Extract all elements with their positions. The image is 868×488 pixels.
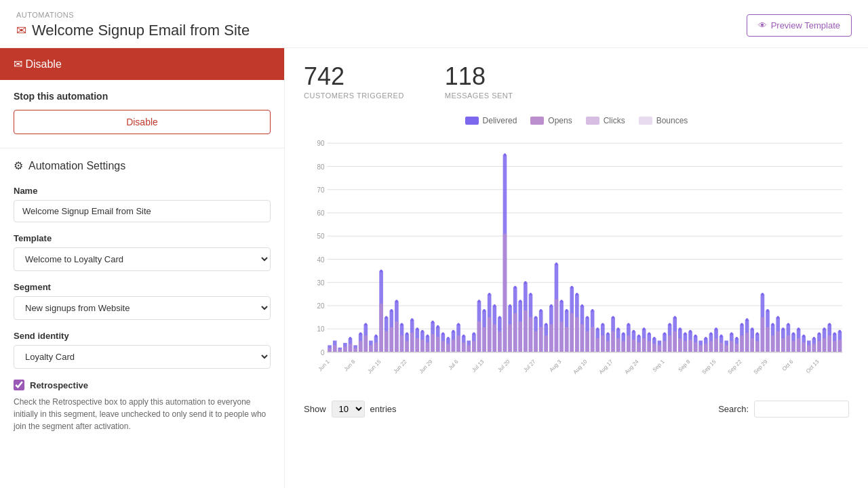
segment-label: Segment <box>14 282 271 292</box>
svg-rect-229 <box>698 345 703 352</box>
segment-select[interactable]: New signups from Website All Customers <box>14 296 271 320</box>
show-label: Show <box>304 404 326 414</box>
svg-rect-211 <box>668 336 672 352</box>
svg-point-288 <box>802 335 805 338</box>
svg-point-165 <box>586 316 589 319</box>
svg-rect-281 <box>791 341 795 352</box>
svg-rect-29 <box>349 344 353 352</box>
svg-text:Jun 1: Jun 1 <box>317 359 331 373</box>
svg-rect-203 <box>652 344 656 352</box>
svg-rect-149 <box>559 321 564 352</box>
svg-rect-292 <box>812 344 816 352</box>
svg-point-227 <box>694 335 697 338</box>
svg-point-55 <box>395 300 398 302</box>
svg-rect-245 <box>730 341 734 352</box>
svg-point-141 <box>545 323 547 325</box>
svg-rect-254 <box>745 333 749 352</box>
svg-text:Sep 15: Sep 15 <box>701 359 717 375</box>
svg-rect-266 <box>766 327 770 352</box>
retrospective-field-group: Retrospective Check the Retrospective bo… <box>14 380 271 432</box>
svg-rect-66 <box>415 338 419 352</box>
svg-text:10: 10 <box>317 325 324 333</box>
main-layout: ✉ Disable Stop this automation Disable ⚙… <box>0 48 868 488</box>
svg-rect-257 <box>750 338 754 352</box>
template-select[interactable]: Welcome to Loyalty Card Other Template <box>14 247 271 271</box>
svg-point-111 <box>493 304 496 307</box>
svg-rect-206 <box>658 345 662 352</box>
svg-rect-122 <box>513 313 517 352</box>
breadcrumb-area: AUTOMATIONS ✉ Welcome Signup Email from … <box>16 11 250 39</box>
svg-rect-98 <box>472 341 476 352</box>
svg-text:60: 60 <box>317 209 324 217</box>
svg-rect-272 <box>776 331 780 352</box>
retrospective-label[interactable]: Retrospective <box>30 380 88 390</box>
svg-point-82 <box>441 332 444 335</box>
svg-rect-194 <box>637 342 641 352</box>
svg-point-224 <box>689 330 692 333</box>
svg-point-144 <box>550 304 553 307</box>
svg-point-267 <box>766 309 769 312</box>
svg-point-171 <box>596 327 599 330</box>
svg-point-79 <box>437 325 439 328</box>
right-panel: 742 CUSTOMERS TRIGGERED 118 MESSAGES SEN… <box>285 48 868 488</box>
svg-text:Oct 6: Oct 6 <box>781 359 795 373</box>
svg-rect-179 <box>611 331 615 352</box>
svg-rect-96 <box>467 345 471 352</box>
svg-rect-251 <box>740 336 744 352</box>
retrospective-row: Retrospective <box>14 380 271 390</box>
svg-point-238 <box>715 327 717 330</box>
svg-rect-57 <box>400 336 404 352</box>
svg-point-46 <box>380 270 382 272</box>
svg-rect-134 <box>534 331 538 352</box>
svg-point-249 <box>735 337 738 340</box>
svg-text:Sep 8: Sep 8 <box>677 359 692 373</box>
svg-rect-137 <box>539 327 543 352</box>
svg-text:Sep 29: Sep 29 <box>753 359 769 375</box>
svg-text:Jun 29: Jun 29 <box>418 359 434 375</box>
svg-rect-307 <box>838 340 842 352</box>
send-identity-label: Send identity <box>14 331 271 341</box>
svg-rect-104 <box>482 327 486 352</box>
svg-text:Oct 13: Oct 13 <box>805 359 821 375</box>
svg-point-156 <box>570 286 573 289</box>
search-input[interactable] <box>754 401 849 418</box>
svg-point-221 <box>684 332 686 335</box>
svg-point-276 <box>782 327 785 330</box>
svg-rect-200 <box>647 341 651 352</box>
svg-point-52 <box>390 309 393 312</box>
svg-rect-23 <box>333 345 337 352</box>
svg-point-252 <box>741 323 743 325</box>
svg-point-30 <box>349 337 352 340</box>
name-input[interactable] <box>14 200 271 222</box>
entries-per-page-select[interactable]: 10 25 50 <box>332 401 365 418</box>
svg-rect-176 <box>606 341 610 352</box>
svg-rect-237 <box>714 338 718 352</box>
svg-rect-51 <box>389 327 393 352</box>
svg-rect-191 <box>632 340 636 352</box>
preview-template-button[interactable]: 👁 Preview Template <box>747 14 852 37</box>
svg-point-123 <box>514 286 517 289</box>
svg-point-94 <box>462 335 465 338</box>
svg-text:Jun 22: Jun 22 <box>393 359 408 375</box>
svg-rect-167 <box>591 327 595 352</box>
svg-rect-25 <box>338 350 342 352</box>
svg-rect-27 <box>343 346 347 352</box>
svg-text:Jun 15: Jun 15 <box>367 359 382 375</box>
chart-legend: Delivered Opens Clicks Bounces <box>304 116 849 125</box>
svg-rect-101 <box>477 321 481 352</box>
svg-point-282 <box>792 332 795 335</box>
breadcrumb-parent: AUTOMATIONS <box>16 11 250 19</box>
svg-rect-119 <box>508 325 512 352</box>
send-identity-select[interactable]: Loyalty Card Other Identity <box>14 345 271 369</box>
svg-rect-182 <box>616 338 620 352</box>
preview-button-label: Preview Template <box>771 20 840 30</box>
svg-point-183 <box>617 327 620 330</box>
svg-rect-116 <box>503 234 507 352</box>
disable-button[interactable]: Disable <box>14 110 271 134</box>
page-title-icon: ✉ <box>16 23 26 38</box>
svg-rect-240 <box>719 342 724 352</box>
svg-point-105 <box>483 309 486 312</box>
retrospective-checkbox[interactable] <box>14 380 24 390</box>
svg-point-186 <box>622 332 625 335</box>
svg-rect-93 <box>462 342 466 352</box>
